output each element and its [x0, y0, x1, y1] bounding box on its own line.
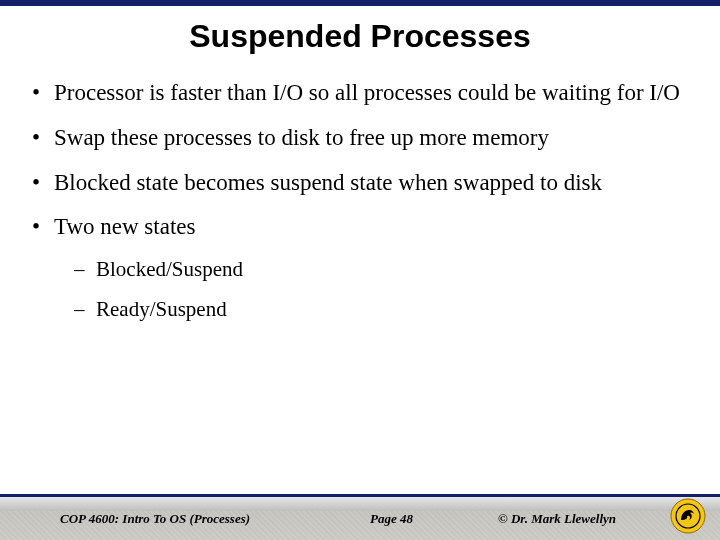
footer-content: COP 4600: Intro To OS (Processes) Page 4… — [0, 497, 720, 540]
ucf-pegasus-icon — [670, 498, 706, 534]
footer-page: Page 48 — [370, 511, 413, 527]
bullet-text: Blocked state becomes suspend state when… — [54, 170, 602, 195]
bullet-item: Swap these processes to disk to free up … — [30, 124, 690, 153]
slide: Suspended Processes Processor is faster … — [0, 0, 720, 540]
footer: COP 4600: Intro To OS (Processes) Page 4… — [0, 494, 720, 540]
bullet-text: Two new states — [54, 214, 195, 239]
bullet-text: Swap these processes to disk to free up … — [54, 125, 549, 150]
sub-bullet-text: Blocked/Suspend — [96, 257, 243, 281]
footer-author: © Dr. Mark Llewellyn — [498, 511, 616, 527]
bullet-text: Processor is faster than I/O so all proc… — [54, 80, 680, 105]
bullet-list: Processor is faster than I/O so all proc… — [30, 79, 690, 323]
slide-title: Suspended Processes — [0, 18, 720, 55]
slide-body: Processor is faster than I/O so all proc… — [0, 79, 720, 540]
footer-course: COP 4600: Intro To OS (Processes) — [60, 511, 315, 527]
sub-bullet-item: Ready/Suspend — [68, 296, 690, 322]
sub-bullet-text: Ready/Suspend — [96, 297, 227, 321]
bullet-item: Two new states Blocked/Suspend Ready/Sus… — [30, 213, 690, 322]
sub-bullet-item: Blocked/Suspend — [68, 256, 690, 282]
bullet-item: Processor is faster than I/O so all proc… — [30, 79, 690, 108]
sub-bullet-list: Blocked/Suspend Ready/Suspend — [54, 256, 690, 323]
bullet-item: Blocked state becomes suspend state when… — [30, 169, 690, 198]
